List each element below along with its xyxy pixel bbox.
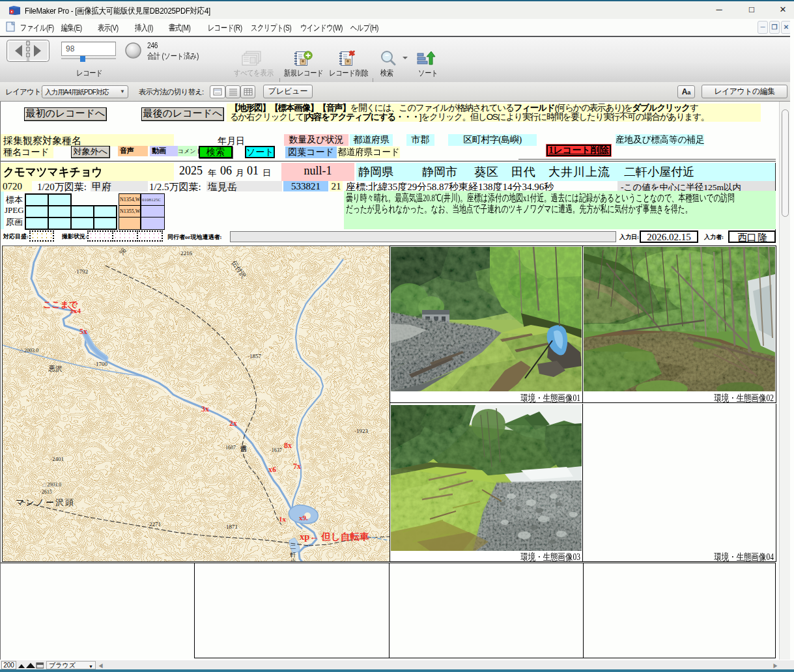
svg-text:△2003.0: △2003.0	[19, 348, 38, 354]
svg-text:·2401: ·2401	[50, 456, 64, 462]
svg-text:1x: 1x	[279, 515, 287, 523]
svg-text:·2271: ·2271	[147, 521, 161, 527]
svg-text:5x: 5x	[79, 327, 87, 336]
svg-text:·1871: ·1871	[224, 524, 238, 530]
svg-text:1607: 1607	[225, 445, 236, 451]
svg-text:3x: 3x	[201, 404, 209, 413]
svg-text:7x: 7x	[293, 462, 301, 471]
svg-text:±x4: ±x4	[70, 307, 81, 315]
svg-text:·1857: ·1857	[248, 353, 261, 359]
svg-text:2x: 2x	[229, 419, 237, 428]
svg-text:·1637: ·1637	[270, 447, 282, 453]
svg-text:·2615: ·2615	[40, 489, 52, 495]
svg-text:·1923: ·1923	[354, 428, 368, 434]
svg-text:マンノー沢頭: マンノー沢頭	[16, 497, 75, 507]
svg-text:△2903.0: △2903.0	[42, 482, 61, 488]
svg-text:x6: x6	[268, 465, 276, 474]
svg-text:xp← 但し自転車: xp← 但し自転車	[300, 531, 369, 542]
svg-text:·1792: ·1792	[74, 268, 88, 275]
svg-text:8x: 8x	[284, 441, 292, 450]
svg-text:·1700: ·1700	[94, 361, 107, 367]
svg-text:悪沢: 悪沢	[48, 365, 63, 372]
svg-text:·2216: ·2216	[178, 250, 192, 257]
svg-text:x9.: x9.	[299, 514, 308, 522]
